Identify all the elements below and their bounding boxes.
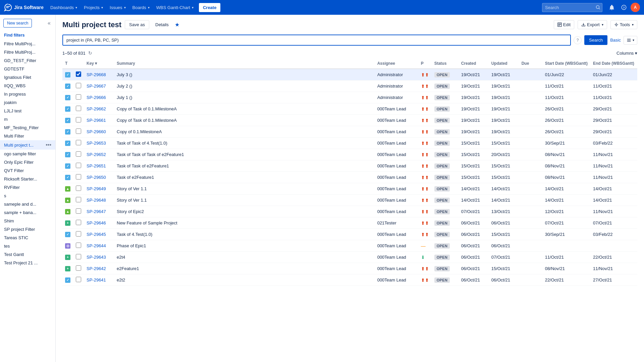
issue-summary-link[interactable]: Copy of Task of 0.1.MilestoneA (117, 106, 177, 111)
row-key[interactable]: SP-29662 (84, 103, 114, 115)
row-checkbox[interactable] (76, 83, 81, 88)
row-key[interactable]: SP-29652 (84, 149, 114, 160)
row-checkbox-cell[interactable] (73, 263, 84, 274)
issue-key-link[interactable]: SP-29647 (87, 209, 106, 214)
row-key[interactable]: SP-29653 (84, 138, 114, 149)
issue-key-link[interactable]: SP-29667 (87, 84, 106, 89)
notifications-icon[interactable] (606, 2, 617, 13)
row-checkbox-cell[interactable] (73, 81, 84, 92)
basic-button[interactable]: Basic (610, 38, 621, 43)
sidebar-item-rvfilter[interactable]: RVFilter (0, 183, 55, 192)
sidebar-item-only-epic-filter[interactable]: Only Epic Filter (0, 158, 55, 166)
sidebar-item-qvt-filter[interactable]: QVT Filter (0, 166, 55, 175)
issue-key-link[interactable]: SP-29646 (87, 220, 106, 225)
col-header-assignee[interactable]: Assignee (375, 58, 418, 69)
row-checkbox-cell[interactable] (73, 103, 84, 115)
sidebar-item-in-progress[interactable]: In progress (0, 90, 55, 98)
sidebar-item-ignatious-filet[interactable]: Ignatious Filet (0, 73, 55, 82)
new-search-button[interactable]: New search (3, 19, 32, 28)
row-checkbox[interactable] (76, 94, 81, 100)
sidebar-collapse-button[interactable]: « (46, 19, 52, 27)
row-checkbox[interactable] (76, 174, 81, 179)
row-checkbox-cell[interactable] (73, 195, 84, 206)
row-key[interactable]: SP-29661 (84, 115, 114, 126)
issue-summary-link[interactable]: July 2 () (117, 84, 132, 89)
issue-summary-link[interactable]: e2Feature1 (117, 266, 139, 271)
row-summary[interactable]: July 1 () (114, 92, 375, 103)
issue-summary-link[interactable]: Task of e2Feature1 (117, 175, 154, 180)
row-summary[interactable]: e2t2 (114, 274, 375, 286)
export-button[interactable]: Export ▾ (578, 20, 607, 29)
row-checkbox-cell[interactable] (73, 69, 84, 81)
row-key[interactable]: SP-29648 (84, 195, 114, 206)
row-key[interactable]: SP-29646 (84, 217, 114, 229)
search-button[interactable]: Search (584, 35, 607, 45)
issue-key-link[interactable]: SP-29650 (87, 175, 106, 180)
row-checkbox[interactable] (76, 140, 81, 145)
sidebar-item-sample-bana[interactable]: sample + bana... (0, 208, 55, 217)
row-summary[interactable]: Copy of Task of 0.1.MilestoneA (114, 115, 375, 126)
row-checkbox-cell[interactable] (73, 229, 84, 240)
row-summary[interactable]: Story of Ver 1.1 (114, 183, 375, 195)
sidebar-item-gd-test-filter[interactable]: GD_TEST_Filter (0, 56, 55, 65)
row-checkbox[interactable] (76, 220, 81, 225)
issue-key-link[interactable]: SP-29652 (87, 152, 106, 157)
sidebar-item-test-project-21[interactable]: Test Project 21 ... (0, 259, 55, 267)
row-key[interactable]: SP-29667 (84, 81, 114, 92)
sidebar-item-s[interactable]: s (0, 192, 55, 200)
issue-key-link[interactable]: SP-29644 (87, 243, 106, 248)
row-summary[interactable]: Task of Task of e2Feature1 (114, 160, 375, 172)
row-summary[interactable]: Story of Ver 1.1 (114, 195, 375, 206)
col-header-summary[interactable]: Summary (114, 58, 375, 69)
sidebar-item-multi-filter[interactable]: Multi Filter (0, 132, 55, 140)
jql-input[interactable] (62, 35, 571, 46)
jql-help-icon[interactable]: ? (574, 36, 582, 44)
issue-key-link[interactable]: SP-29660 (87, 129, 106, 134)
issue-key-link[interactable]: SP-29668 (87, 72, 106, 77)
save-as-button[interactable]: Save as (125, 20, 149, 29)
issue-key-link[interactable]: SP-29649 (87, 186, 106, 191)
issue-summary-link[interactable]: Task of Task of e2Feature1 (117, 163, 169, 168)
nav-wbs-gantt[interactable]: WBS Gantt-Chart ▾ (154, 3, 196, 12)
col-header-key[interactable]: Key ▾ (84, 58, 114, 69)
row-checkbox[interactable] (76, 277, 81, 282)
issue-summary-link[interactable]: Task of 4.Test(1.0) (117, 232, 152, 237)
row-key[interactable]: SP-29644 (84, 240, 114, 252)
row-checkbox-cell[interactable] (73, 160, 84, 172)
row-summary[interactable]: July 2 () (114, 81, 375, 92)
sidebar-item-joakim[interactable]: joakim (0, 98, 55, 107)
issue-key-link[interactable]: SP-29651 (87, 163, 106, 168)
nav-dashboards[interactable]: Dashboards ▾ (48, 3, 80, 12)
row-summary[interactable]: July 3 () (114, 69, 375, 81)
issue-key-link[interactable]: SP-29666 (87, 95, 106, 100)
row-checkbox[interactable] (76, 163, 81, 168)
row-key[interactable]: SP-29647 (84, 206, 114, 217)
issue-key-link[interactable]: SP-29645 (87, 232, 106, 237)
row-key[interactable]: SP-29642 (84, 263, 114, 274)
row-checkbox[interactable] (76, 71, 81, 77)
tools-button[interactable]: Tools ▾ (610, 20, 637, 29)
row-checkbox-cell[interactable] (73, 149, 84, 160)
sidebar-item-filtre-multiproj-1[interactable]: Filtre MultiProj... (0, 40, 55, 48)
issue-key-link[interactable]: SP-29642 (87, 266, 106, 271)
row-checkbox[interactable] (76, 254, 81, 259)
row-summary[interactable]: Copy of Task of 0.1.MilestoneA (114, 103, 375, 115)
row-key[interactable]: SP-29660 (84, 126, 114, 138)
issue-key-link[interactable]: SP-29648 (87, 198, 106, 203)
row-checkbox-cell[interactable] (73, 240, 84, 252)
sidebar-item-gdtestf[interactable]: GDTESTF (0, 65, 55, 73)
row-checkbox[interactable] (76, 106, 81, 111)
details-button[interactable]: Details (153, 20, 171, 29)
row-checkbox-cell[interactable] (73, 138, 84, 149)
sidebar-item-ogo-sample-filter[interactable]: ogo sample filter (0, 150, 55, 158)
sidebar-item-sp-project-filter[interactable]: SP project Filter (0, 225, 55, 234)
row-summary[interactable]: New Feature of Sample Project (114, 217, 375, 229)
row-checkbox[interactable] (76, 151, 81, 157)
issue-summary-link[interactable]: Task of Task of Task of e2Feature1 (117, 152, 184, 157)
row-checkbox[interactable] (76, 117, 81, 122)
row-checkbox[interactable] (76, 128, 81, 134)
issue-summary-link[interactable]: e2t2 (117, 277, 125, 282)
row-summary[interactable]: Task of e2Feature1 (114, 172, 375, 183)
sidebar-item-tareas-stic[interactable]: Tareas STIC (0, 234, 55, 242)
row-summary[interactable]: e2Feature1 (114, 263, 375, 274)
